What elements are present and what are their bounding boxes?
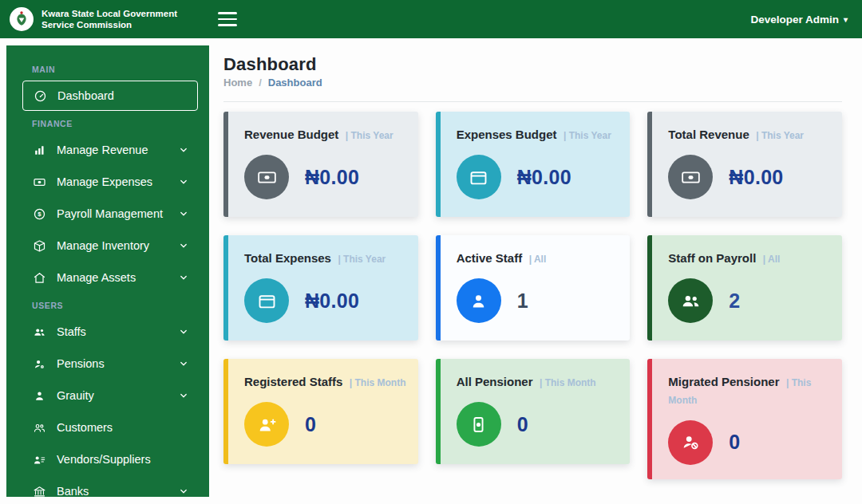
card-subtitle: | This Month xyxy=(540,377,596,388)
sidebar-item-manage-inventory[interactable]: Manage Inventory xyxy=(22,230,198,261)
card-value: 0 xyxy=(305,413,316,436)
banknote-icon xyxy=(32,175,46,189)
sidebar-item-label: Customers xyxy=(57,421,113,434)
card-subtitle: | This Year xyxy=(756,130,804,141)
hamburger-menu-icon[interactable] xyxy=(218,12,237,26)
card-subtitle: | All xyxy=(529,254,547,265)
sidebar-item-label: Manage Revenue xyxy=(57,144,148,156)
brand-title: Kwara State Local Government Service Com… xyxy=(42,8,177,31)
sidebar-item-manage-expenses[interactable]: Manage Expenses xyxy=(22,167,198,197)
person-icon xyxy=(457,278,501,323)
sidebar-item-pensions[interactable]: Pensions xyxy=(22,348,198,379)
section-label-main: MAIN xyxy=(32,65,198,74)
revenue-budget-card: Revenue Budget | This Year ₦0.00 xyxy=(223,112,418,217)
chevron-down-icon xyxy=(178,208,190,220)
sidebar-item-label: Pensions xyxy=(57,357,105,370)
card-title: Expenses Budget xyxy=(457,128,557,141)
phone-icon xyxy=(457,402,501,447)
wallet-icon xyxy=(457,155,501,199)
all-pensioner-card: All Pensioner | This Month 0 xyxy=(436,359,631,464)
card-title: Total Revenue xyxy=(668,128,749,141)
sidebar-item-vendors-suppliers[interactable]: Vendors/Suppliers xyxy=(22,444,198,474)
sidebar-item-payroll-management[interactable]: $ Payroll Management xyxy=(22,199,198,229)
sidebar-item-banks[interactable]: Banks xyxy=(22,476,198,497)
person-gear-icon xyxy=(32,356,46,371)
people-icon xyxy=(32,325,46,339)
card-value: ₦0.00 xyxy=(305,166,359,189)
breadcrumb-separator: / xyxy=(259,77,262,89)
dollar-circle-icon: $ xyxy=(32,207,46,221)
sidebar-item-dashboard[interactable]: Dashboard xyxy=(22,81,198,111)
sidebar-item-manage-assets[interactable]: Manage Assets xyxy=(22,262,198,293)
card-subtitle: | This Year xyxy=(563,130,611,141)
active-staff-card: Active Staff | All 1 xyxy=(436,235,631,341)
user-menu-dropdown[interactable]: Developer Admin ▾ xyxy=(750,14,862,26)
card-value: 2 xyxy=(729,289,740,313)
sidebar-item-label: Banks xyxy=(57,485,89,497)
caret-down-icon: ▾ xyxy=(844,15,848,24)
sidebar-item-label: Dashboard xyxy=(57,89,114,102)
card-subtitle: | This Year xyxy=(346,130,393,141)
box-icon xyxy=(32,238,46,253)
coat-of-arms-logo xyxy=(10,7,34,31)
total-revenue-card: Total Revenue | This Year ₦0.00 xyxy=(647,112,842,217)
card-value: 0 xyxy=(729,431,740,454)
home-icon xyxy=(32,270,46,285)
bar-chart-icon xyxy=(32,143,46,157)
page-title: Dashboard xyxy=(223,54,842,75)
expenses-budget-card: Expenses Budget | This Year ₦0.00 xyxy=(436,112,631,217)
user-menu-label: Developer Admin xyxy=(750,14,839,26)
card-title: Active Staff xyxy=(457,251,523,265)
sidebar-item-label: Staffs xyxy=(57,325,86,338)
sidebar-item-grauity[interactable]: Grauity xyxy=(22,380,198,411)
top-bar: Kwara State Local Government Service Com… xyxy=(0,0,862,38)
card-title: Migrated Pensioner xyxy=(668,375,779,388)
sidebar-item-label: Grauity xyxy=(57,389,94,402)
card-title: Registered Staffs xyxy=(244,375,342,388)
chevron-down-icon xyxy=(178,358,190,370)
bank-icon xyxy=(32,484,46,497)
person-list-icon xyxy=(32,452,46,467)
sidebar-item-staffs[interactable]: Staffs xyxy=(22,317,198,347)
card-value: ₦0.00 xyxy=(729,166,783,189)
card-subtitle: | This Year xyxy=(338,254,386,265)
card-value: 0 xyxy=(517,413,528,436)
registered-staffs-card: Registered Staffs | This Month 0 xyxy=(223,359,418,464)
person-slash-icon xyxy=(668,420,713,465)
chevron-down-icon xyxy=(178,144,190,156)
gauge-icon xyxy=(33,89,47,103)
brand: Kwara State Local Government Service Com… xyxy=(0,7,204,31)
stat-cards-grid: Revenue Budget | This Year ₦0.00 Expense… xyxy=(223,112,842,479)
chevron-down-icon xyxy=(178,272,190,284)
breadcrumb-home-link[interactable]: Home xyxy=(223,77,252,89)
card-title: Total Expenses xyxy=(244,251,331,265)
chevron-down-icon xyxy=(178,486,190,498)
chevron-down-icon xyxy=(178,240,190,252)
total-expenses-card: Total Expenses | This Year ₦0.00 xyxy=(223,235,418,341)
person-plus-icon xyxy=(244,402,289,447)
chevron-down-icon xyxy=(178,176,190,188)
staff-on-payroll-card: Staff on Payroll | All 2 xyxy=(647,235,842,341)
chevron-down-icon xyxy=(178,326,190,338)
card-value: ₦0.00 xyxy=(305,289,359,313)
card-title: All Pensioner xyxy=(457,375,533,388)
group-icon xyxy=(32,420,46,435)
card-subtitle: | All xyxy=(763,254,781,265)
people-icon xyxy=(668,278,713,323)
sidebar-item-label: Manage Inventory xyxy=(57,239,149,252)
sidebar: MAIN Dashboard FINANCE Manage Revenue Ma… xyxy=(6,45,209,497)
sidebar-item-customers[interactable]: Customers xyxy=(22,412,198,443)
breadcrumb: Home / Dashboard xyxy=(223,77,842,89)
chevron-down-icon xyxy=(178,390,190,402)
sidebar-item-manage-revenue[interactable]: Manage Revenue xyxy=(22,135,198,165)
card-value: 1 xyxy=(517,289,528,313)
sidebar-item-label: Vendors/Suppliers xyxy=(57,453,151,466)
breadcrumb-current: Dashboard xyxy=(268,77,322,89)
migrated-pensioner-card: Migrated Pensioner | This Month 0 xyxy=(647,359,842,479)
sidebar-item-label: Manage Expenses xyxy=(57,175,152,188)
card-title: Revenue Budget xyxy=(244,128,338,141)
card-subtitle: | This Month xyxy=(350,377,406,388)
sidebar-item-label: Manage Assets xyxy=(57,271,136,284)
section-label-finance: FINANCE xyxy=(32,119,198,128)
person-icon xyxy=(32,388,46,403)
